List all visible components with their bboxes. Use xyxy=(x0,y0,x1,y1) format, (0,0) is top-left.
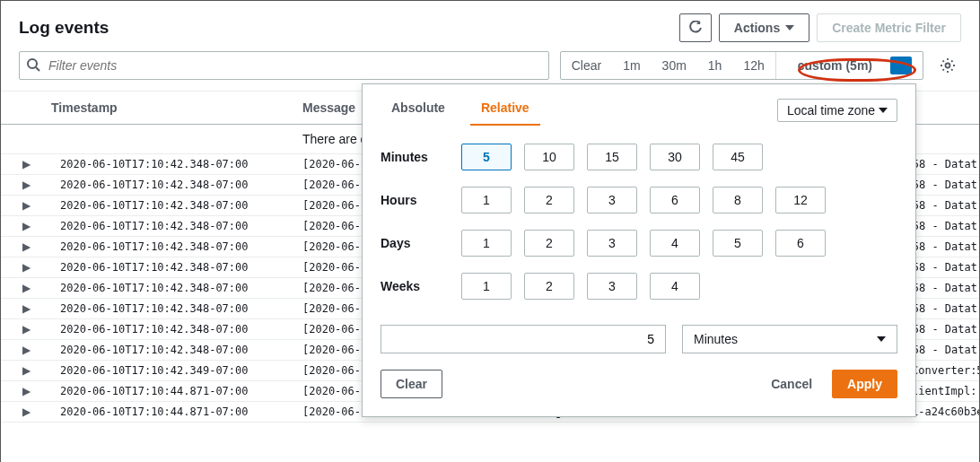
expand-row-icon[interactable]: ▶ xyxy=(1,179,51,191)
caret-down-icon xyxy=(877,336,886,342)
log-timestamp: 2020-06-10T17:10:42.348-07:00 xyxy=(51,220,302,232)
preset-chip[interactable]: 2 xyxy=(524,273,574,300)
log-message-tail: 58 - Datat xyxy=(913,199,979,212)
log-timestamp: 2020-06-10T17:10:44.871-07:00 xyxy=(51,385,302,397)
log-timestamp: 2020-06-10T17:10:42.349-07:00 xyxy=(51,364,302,377)
preset-chip[interactable]: 8 xyxy=(713,187,763,214)
expand-row-icon[interactable]: ▶ xyxy=(1,323,51,336)
expand-row-icon[interactable]: ▶ xyxy=(1,261,51,274)
log-timestamp: 2020-06-10T17:10:42.348-07:00 xyxy=(51,158,302,170)
preset-chip[interactable]: 2 xyxy=(524,187,574,214)
refresh-icon xyxy=(688,21,703,35)
filter-events-input[interactable] xyxy=(19,51,549,80)
log-timestamp: 2020-06-10T17:10:42.348-07:00 xyxy=(51,261,302,274)
preset-chip[interactable]: 4 xyxy=(650,273,700,300)
preset-row-label: Minutes xyxy=(381,150,461,164)
preset-row-label: Hours xyxy=(381,193,461,207)
expand-row-icon[interactable]: ▶ xyxy=(1,199,51,212)
log-timestamp: 2020-06-10T17:10:42.348-07:00 xyxy=(51,344,302,356)
preset-chip[interactable]: 1 xyxy=(461,187,512,214)
svg-point-4 xyxy=(946,64,950,68)
log-timestamp: 2020-06-10T17:10:42.348-07:00 xyxy=(51,302,302,315)
range-preset[interactable]: 1m xyxy=(612,52,651,79)
expand-row-icon[interactable]: ▶ xyxy=(1,240,51,253)
preset-chip[interactable]: 45 xyxy=(713,144,763,170)
log-message-tail: 58 - Datat xyxy=(913,323,979,336)
actions-label: Actions xyxy=(734,21,780,35)
expand-row-icon[interactable]: ▶ xyxy=(1,344,51,356)
custom-value-input[interactable] xyxy=(381,325,666,353)
preset-chip[interactable]: 5 xyxy=(713,230,763,257)
timezone-select[interactable]: Local time zone xyxy=(777,99,897,122)
log-timestamp: 2020-06-10T17:10:44.871-07:00 xyxy=(51,405,302,418)
refresh-button[interactable] xyxy=(679,13,712,42)
tab-absolute[interactable]: Absolute xyxy=(381,95,456,126)
time-range-popup: Absolute Relative Local time zone Minute… xyxy=(362,83,916,417)
preset-chip[interactable]: 3 xyxy=(587,230,637,257)
log-message-tail: 58 - Datat xyxy=(913,220,979,232)
range-clear[interactable]: Clear xyxy=(561,52,612,79)
popup-clear-button[interactable]: Clear xyxy=(381,370,442,398)
range-preset[interactable]: 1h xyxy=(697,52,733,79)
preset-chip[interactable]: 3 xyxy=(587,187,637,214)
page-title: Log events xyxy=(19,18,672,38)
svg-point-0 xyxy=(28,59,37,68)
preset-chip[interactable]: 6 xyxy=(650,187,700,214)
column-header-timestamp[interactable]: Timestamp xyxy=(51,100,302,115)
time-range-bar: Clear 1m 30m 1h 12h custom (5m) xyxy=(560,51,923,80)
search-icon xyxy=(26,57,40,72)
range-custom[interactable]: custom (5m) xyxy=(775,52,923,79)
preset-chip[interactable]: 30 xyxy=(650,144,700,170)
log-timestamp: 2020-06-10T17:10:42.348-07:00 xyxy=(51,240,302,253)
log-message-tail: 58 - Datat xyxy=(913,158,979,170)
actions-button[interactable]: Actions xyxy=(719,13,809,42)
preset-chip[interactable]: 2 xyxy=(524,230,574,257)
tab-relative[interactable]: Relative xyxy=(470,95,540,126)
gear-icon xyxy=(940,57,956,74)
expand-row-icon[interactable]: ▶ xyxy=(1,364,51,377)
log-timestamp: 2020-06-10T17:10:42.348-07:00 xyxy=(51,323,302,336)
log-message-tail: 58 - Datat xyxy=(913,179,979,191)
preset-chip[interactable]: 5 xyxy=(461,144,512,170)
caret-down-icon xyxy=(785,25,794,31)
popup-apply-button[interactable]: Apply xyxy=(832,370,897,398)
preset-row-label: Days xyxy=(381,236,461,250)
preset-chip[interactable]: 1 xyxy=(461,230,512,257)
range-preset[interactable]: 12h xyxy=(732,52,774,79)
preset-chip[interactable]: 10 xyxy=(524,144,574,170)
expand-row-icon[interactable]: ▶ xyxy=(1,158,51,170)
preset-chip[interactable]: 1 xyxy=(461,273,512,300)
expand-row-icon[interactable]: ▶ xyxy=(1,282,51,294)
preset-row-label: Weeks xyxy=(381,279,461,293)
custom-unit-select[interactable]: Minutes xyxy=(682,325,897,353)
preset-chip[interactable]: 12 xyxy=(775,187,826,214)
log-message-tail: 58 - Datat xyxy=(913,240,979,253)
calendar-icon xyxy=(890,57,912,74)
popup-cancel-button[interactable]: Cancel xyxy=(757,371,827,397)
preset-chip[interactable]: 15 xyxy=(587,144,637,170)
log-message-tail: 58 - Datat xyxy=(913,282,979,294)
create-metric-filter-button[interactable]: Create Metric Filter xyxy=(817,13,961,42)
log-message-tail: 58 - Datat xyxy=(913,261,979,274)
log-timestamp: 2020-06-10T17:10:42.348-07:00 xyxy=(51,199,302,212)
log-message-tail: 58 - Datat xyxy=(913,302,979,315)
expand-row-icon[interactable]: ▶ xyxy=(1,405,51,418)
preset-chip[interactable]: 4 xyxy=(650,230,700,257)
log-timestamp: 2020-06-10T17:10:42.348-07:00 xyxy=(51,179,302,191)
preset-chip[interactable]: 3 xyxy=(587,273,637,300)
range-preset[interactable]: 30m xyxy=(652,52,697,79)
expand-row-icon[interactable]: ▶ xyxy=(1,302,51,315)
caret-down-icon xyxy=(879,108,888,113)
svg-line-1 xyxy=(36,67,39,71)
preset-chip[interactable]: 6 xyxy=(775,230,826,257)
expand-row-icon[interactable]: ▶ xyxy=(1,220,51,232)
log-timestamp: 2020-06-10T17:10:42.348-07:00 xyxy=(51,282,302,294)
log-message-tail: 58 - Datat xyxy=(913,344,979,356)
expand-row-icon[interactable]: ▶ xyxy=(1,385,51,397)
settings-button[interactable] xyxy=(934,52,961,79)
